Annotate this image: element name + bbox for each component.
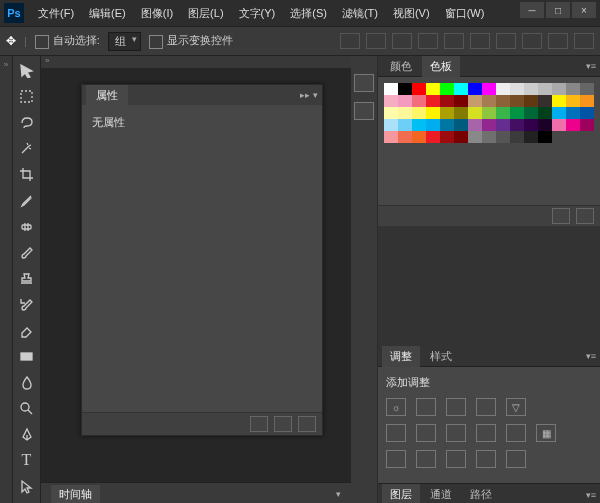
swatch[interactable] <box>510 83 524 95</box>
threshold-icon[interactable] <box>446 450 466 468</box>
path-select-tool[interactable] <box>15 476 37 496</box>
align-icon[interactable] <box>496 33 516 49</box>
menu-type[interactable]: 文字(Y) <box>233 3 282 24</box>
maximize-button[interactable]: □ <box>546 2 570 18</box>
swatch[interactable] <box>454 107 468 119</box>
gradient-tool[interactable] <box>15 346 37 366</box>
swatch[interactable] <box>524 107 538 119</box>
swatch[interactable] <box>580 83 594 95</box>
stamp-tool[interactable] <box>15 268 37 288</box>
swatch[interactable] <box>510 95 524 107</box>
swatch[interactable] <box>482 107 496 119</box>
dodge-tool[interactable] <box>15 398 37 418</box>
swatch[interactable] <box>384 107 398 119</box>
swatch[interactable] <box>440 107 454 119</box>
curves-icon[interactable] <box>446 398 466 416</box>
swatch[interactable] <box>524 83 538 95</box>
panel-menu-icon[interactable]: ▾ <box>336 489 341 499</box>
panel-menu-icon[interactable]: ▾≡ <box>586 61 596 71</box>
swatch[interactable] <box>384 131 398 143</box>
swatch[interactable] <box>426 131 440 143</box>
swatch[interactable] <box>426 83 440 95</box>
swatch[interactable] <box>580 107 594 119</box>
hue-icon[interactable] <box>386 424 406 442</box>
swatch[interactable] <box>384 83 398 95</box>
styles-tab[interactable]: 样式 <box>422 346 460 367</box>
swatch[interactable] <box>412 95 426 107</box>
align-icon[interactable] <box>366 33 386 49</box>
align-icon[interactable] <box>392 33 412 49</box>
swatch[interactable] <box>566 83 580 95</box>
panel-footer-icon[interactable] <box>250 416 268 432</box>
swatch[interactable] <box>384 119 398 131</box>
menu-edit[interactable]: 编辑(E) <box>83 3 132 24</box>
swatch[interactable] <box>538 95 552 107</box>
paths-tab[interactable]: 路径 <box>462 484 500 503</box>
crop-tool[interactable] <box>15 164 37 184</box>
close-button[interactable]: × <box>572 2 596 18</box>
trash-icon[interactable] <box>576 208 594 224</box>
swatch[interactable] <box>398 119 412 131</box>
swatches-tab[interactable]: 色板 <box>422 56 460 77</box>
menu-file[interactable]: 文件(F) <box>32 3 80 24</box>
swatch[interactable] <box>426 107 440 119</box>
swatch[interactable] <box>468 131 482 143</box>
swatch[interactable] <box>412 119 426 131</box>
swatch[interactable] <box>524 119 538 131</box>
vibrance-icon[interactable]: ▽ <box>506 398 526 416</box>
blur-tool[interactable] <box>15 372 37 392</box>
swatch[interactable] <box>412 83 426 95</box>
selective-icon[interactable] <box>506 450 526 468</box>
minimize-button[interactable]: ─ <box>520 2 544 18</box>
panel-menu-icon[interactable]: ▾≡ <box>586 351 596 361</box>
wand-tool[interactable] <box>15 138 37 158</box>
layers-tab[interactable]: 图层 <box>382 484 420 503</box>
swatch[interactable] <box>566 95 580 107</box>
invert-icon[interactable] <box>386 450 406 468</box>
new-swatch-icon[interactable] <box>552 208 570 224</box>
channels-tab[interactable]: 通道 <box>422 484 460 503</box>
move-tool[interactable] <box>15 60 37 80</box>
swatch[interactable] <box>496 107 510 119</box>
align-icon[interactable] <box>340 33 360 49</box>
swatch[interactable] <box>454 95 468 107</box>
align-icon[interactable] <box>548 33 568 49</box>
swatch[interactable] <box>524 131 538 143</box>
timeline-tab[interactable]: 时间轴 <box>51 485 100 504</box>
swatch[interactable] <box>566 107 580 119</box>
swatch[interactable] <box>496 119 510 131</box>
balance-icon[interactable] <box>416 424 436 442</box>
swatch[interactable] <box>552 119 566 131</box>
menu-window[interactable]: 窗口(W) <box>439 3 491 24</box>
swatch[interactable] <box>538 131 552 143</box>
swatch[interactable] <box>426 95 440 107</box>
swatch[interactable] <box>496 131 510 143</box>
swatch[interactable] <box>510 119 524 131</box>
panel-menu-icon[interactable]: ▾≡ <box>586 490 596 500</box>
properties-tab[interactable]: 属性 <box>86 85 128 106</box>
trash-icon[interactable] <box>298 416 316 432</box>
swatch[interactable] <box>496 83 510 95</box>
show-transform-option[interactable]: 显示变换控件 <box>149 33 233 48</box>
bw-icon[interactable] <box>446 424 466 442</box>
checkbox-icon[interactable] <box>35 35 49 49</box>
photo-filter-icon[interactable] <box>476 424 496 442</box>
collapse-icon[interactable]: ▸▸ ▾ <box>300 90 318 100</box>
eyedropper-tool[interactable] <box>15 190 37 210</box>
swatch[interactable] <box>580 119 594 131</box>
dock-icon[interactable] <box>354 102 374 120</box>
align-icon[interactable] <box>418 33 438 49</box>
swatch[interactable] <box>538 107 552 119</box>
swatch[interactable] <box>440 131 454 143</box>
swatch[interactable] <box>398 83 412 95</box>
brightness-icon[interactable]: ☼ <box>386 398 406 416</box>
color-tab[interactable]: 颜色 <box>382 56 420 77</box>
levels-icon[interactable] <box>416 398 436 416</box>
left-dock-stub[interactable]: » <box>0 56 13 503</box>
swatch[interactable] <box>482 131 496 143</box>
swatch[interactable] <box>538 119 552 131</box>
swatch[interactable] <box>552 83 566 95</box>
canvas-area[interactable]: 属性 ▸▸ ▾ 无属性 <box>41 68 351 482</box>
align-icon[interactable] <box>470 33 490 49</box>
swatch[interactable] <box>426 119 440 131</box>
